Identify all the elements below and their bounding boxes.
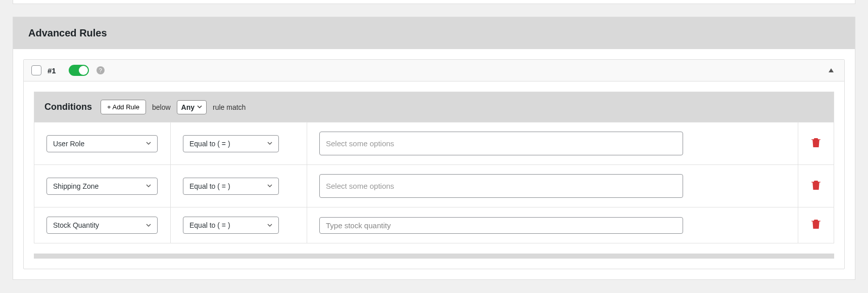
previous-panel-fragment <box>13 0 855 4</box>
delete-row-button[interactable] <box>811 219 821 231</box>
value-cell: Select some options <box>307 122 798 164</box>
operator-select[interactable]: Equal to ( = ) <box>183 178 279 195</box>
field-cell: User Role <box>34 122 171 164</box>
delete-cell <box>798 165 834 207</box>
operator-select[interactable]: Equal to ( = ) <box>183 217 279 234</box>
panel-title: Advanced Rules <box>13 17 855 49</box>
operator-cell: Equal to ( = ) <box>171 207 307 243</box>
operator-value: Equal to ( = ) <box>189 221 230 229</box>
toggle-knob <box>79 66 88 75</box>
chevron-down-icon <box>197 105 202 109</box>
collapse-icon[interactable] <box>828 66 834 75</box>
operator-cell: Equal to ( = ) <box>171 165 307 207</box>
operator-value: Equal to ( = ) <box>189 182 230 190</box>
field-cell: Shipping Zone <box>34 165 171 207</box>
field-select[interactable]: Stock Quantity <box>46 217 158 234</box>
match-type-value: Any <box>181 103 195 111</box>
rule-body: Conditions + Add Rule below Any rule mat… <box>24 81 844 269</box>
chevron-down-icon <box>267 224 272 227</box>
below-label: below <box>152 103 171 111</box>
delete-cell <box>798 122 834 164</box>
rule-enable-toggle[interactable] <box>69 65 89 76</box>
condition-row: User Role Equal to ( = ) Select some op <box>34 122 834 164</box>
value-text-input[interactable] <box>319 217 683 234</box>
conditions-table: Conditions + Add Rule below Any rule mat… <box>34 92 834 243</box>
value-cell <box>307 207 798 243</box>
add-rule-button[interactable]: + Add Rule <box>101 100 146 114</box>
operator-cell: Equal to ( = ) <box>171 122 307 164</box>
operator-value: Equal to ( = ) <box>189 140 230 148</box>
advanced-rules-panel: Advanced Rules #1 ? Conditions + Add Rul… <box>13 17 855 280</box>
value-multiselect[interactable]: Select some options <box>319 132 683 155</box>
rule-select-checkbox[interactable] <box>31 65 41 75</box>
field-cell: Stock Quantity <box>34 207 171 243</box>
field-select[interactable]: User Role <box>46 135 158 152</box>
trash-icon <box>811 219 821 229</box>
rule-card: #1 ? Conditions + Add Rule below Any <box>23 59 845 269</box>
next-section-header <box>34 254 834 259</box>
field-value: Stock Quantity <box>53 221 99 229</box>
rule-id-label: #1 <box>47 66 56 75</box>
delete-row-button[interactable] <box>811 180 821 192</box>
conditions-header: Conditions + Add Rule below Any rule mat… <box>34 92 834 122</box>
value-multiselect[interactable]: Select some options <box>319 174 683 198</box>
condition-row: Stock Quantity Equal to ( = ) <box>34 207 834 243</box>
condition-row: Shipping Zone Equal to ( = ) Select som <box>34 164 834 207</box>
chevron-down-icon <box>146 224 151 227</box>
delete-cell <box>798 207 834 243</box>
rule-match-label: rule match <box>213 103 246 111</box>
rules-container: #1 ? Conditions + Add Rule below Any <box>13 49 855 279</box>
chevron-down-icon <box>146 142 151 145</box>
chevron-down-icon <box>267 184 272 188</box>
field-value: Shipping Zone <box>53 182 99 190</box>
help-icon[interactable]: ? <box>97 66 105 74</box>
operator-select[interactable]: Equal to ( = ) <box>183 135 279 152</box>
conditions-title: Conditions <box>44 102 92 112</box>
delete-row-button[interactable] <box>811 138 821 150</box>
chevron-down-icon <box>146 184 151 188</box>
field-select[interactable]: Shipping Zone <box>46 178 158 195</box>
field-value: User Role <box>53 140 84 148</box>
chevron-down-icon <box>267 142 272 145</box>
trash-icon <box>811 138 821 148</box>
value-cell: Select some options <box>307 165 798 207</box>
trash-icon <box>811 180 821 190</box>
match-type-select[interactable]: Any <box>177 100 207 114</box>
rule-header: #1 ? <box>24 60 844 81</box>
